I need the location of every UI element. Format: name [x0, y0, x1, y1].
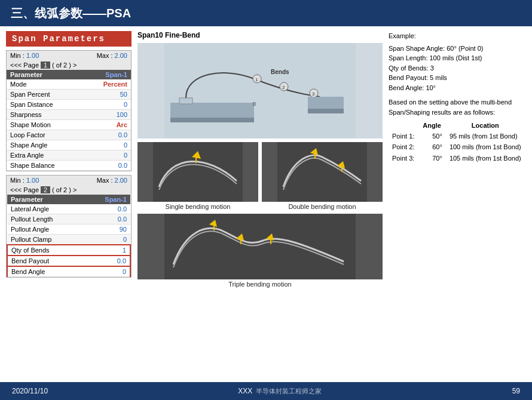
span-parameters-header: Span Parameters [6, 31, 132, 47]
info-location: 105 mils (from 1st Bond) [446, 153, 525, 164]
page-title: 三、线弧参数——PSA [11, 5, 131, 21]
page-nav-prev-1[interactable]: <<< Page [10, 61, 39, 69]
param-value: 0 [84, 150, 131, 161]
info-text: Example: Span Shape Angle: 60° (Point 0)… [389, 31, 526, 379]
main-content: Span Parameters Min : 1.00 Max : 2.00 <<… [0, 26, 532, 382]
param-name: Sharpness [7, 110, 84, 120]
svg-text:0: 0 [253, 101, 256, 107]
param-page-1: <<< Page 1 ( of 2 ) > [7, 60, 131, 70]
info-table-row: Point 2:60°100 mils (from 1st Bond) [389, 141, 525, 153]
triple-bend-container: Triple bending motion [137, 214, 383, 288]
footer-center: XXX 半导体封装工程师之家 [238, 387, 322, 396]
param-block-page1: Min : 1.00 Max : 2.00 <<< Page 1 ( of 2 … [6, 50, 132, 171]
table-row-highlighted: Bend Payout0.0 [7, 256, 130, 266]
param-name: Span Percent [7, 90, 84, 100]
footer-page: 59 [512, 387, 520, 395]
info-point: Point 1: [389, 131, 418, 142]
info-col-location: Location [446, 121, 525, 131]
right-panel: Span10 Fine-Bend Bends [137, 31, 526, 379]
max-label-1: Max : 2.00 [97, 52, 127, 59]
table-row-highlighted: Qty of Bends1 [7, 245, 130, 256]
footer-bar: 2020/11/10 XXX 半导体封装工程师之家 59 [0, 382, 532, 400]
col-param-1: Parameter [7, 70, 84, 79]
col-span-2: Span-1 [84, 195, 130, 204]
table-row: Sharpness100 [7, 110, 131, 120]
table-row: ModePercent [7, 79, 131, 90]
param-value: 0.0 [84, 214, 130, 224]
param-minmax-1: Min : 1.00 Max : 2.00 [7, 51, 131, 60]
param-value: 0.0 [84, 130, 131, 140]
param-name: Span Distance [7, 100, 84, 110]
page-nav-prev-2[interactable]: <<< Page [10, 186, 39, 193]
info-angle: 50° [418, 131, 446, 142]
table-row: Pullout Clamp0 [7, 235, 130, 245]
param-value: 0 [84, 235, 130, 245]
single-bend-image [137, 142, 258, 202]
table-row: Pullout Length0.0 [7, 214, 130, 224]
triple-bend-label: Triple bending motion [137, 281, 383, 288]
info-table-row: Point 3:70°105 mils (from 1st Bond) [389, 153, 525, 164]
table-row: Extra Angle0 [7, 150, 131, 161]
svg-rect-2 [170, 118, 254, 122]
info-line: Qty of Bends: 3 [389, 63, 526, 73]
param-block-page2: Min : 1.00 Max : 2.00 <<< Page 2 ( of 2 … [6, 175, 132, 278]
svg-text:1: 1 [255, 77, 258, 82]
info-angle: 70° [418, 153, 446, 164]
info-lines: Span Shape Angle: 60° (Point 0)Span Leng… [389, 44, 526, 93]
info-note: Based on the setting above the multi-ben… [389, 97, 526, 117]
triple-bend-image [137, 214, 383, 279]
info-table-row: Point 1:50°95 mils (from 1st Bond) [389, 131, 525, 142]
double-bend-label: Double bending motion [262, 203, 383, 210]
table-row: Loop Factor0.0 [7, 130, 131, 140]
min-label-2: Min : 1.00 [10, 177, 39, 184]
page-of-1: ( of 2 ) > [52, 61, 77, 69]
param-value: 0.0 [84, 256, 130, 266]
svg-text:Bends: Bends [271, 69, 289, 75]
param-table-1: Parameter Span-1 ModePercentSpan Percent… [7, 70, 131, 171]
info-table: Angle Location Point 1:50°95 mils (from … [389, 121, 525, 164]
param-value: 1 [84, 245, 130, 256]
param-name: Qty of Bends [7, 245, 84, 256]
param-value: 100 [84, 110, 131, 120]
table-row: Shape Balance0.0 [7, 161, 131, 171]
footer-center-text: XXX [238, 387, 252, 395]
param-value: 50 [84, 90, 131, 100]
svg-rect-0 [164, 43, 356, 139]
info-line: Bend Angle: 10° [389, 83, 526, 93]
param-name: Mode [7, 79, 84, 90]
bend-images-row: Single bending motion [137, 142, 383, 210]
param-table-2: Parameter Span-1 Lateral Angle0.0Pullout… [7, 195, 131, 277]
col-span-1: Span-1 [84, 70, 131, 79]
single-bend-container: Single bending motion [137, 142, 258, 210]
param-name: Shape Balance [7, 161, 84, 171]
right-top: Span10 Fine-Bend Bends [137, 31, 526, 379]
table-row: Span Percent50 [7, 90, 131, 100]
param-value: Percent [84, 79, 131, 90]
param-value: 0 [84, 140, 131, 150]
single-bend-label: Single bending motion [137, 203, 258, 210]
table-row-highlighted: Bend Angle0 [7, 266, 130, 277]
min-label-1: Min : 1.00 [10, 52, 39, 59]
param-value: Arc [84, 120, 131, 130]
param-name: Pullout Clamp [7, 235, 84, 245]
info-col-angle: Angle [418, 121, 446, 131]
title-bar: 三、线弧参数——PSA [0, 0, 532, 26]
param-name: Loop Factor [7, 130, 84, 140]
page-of-2: ( of 2 ) > [52, 186, 77, 193]
svg-text:2: 2 [282, 85, 285, 90]
left-panel: Span Parameters Min : 1.00 Max : 2.00 <<… [6, 31, 132, 379]
param-minmax-2: Min : 1.00 Max : 2.00 [7, 176, 131, 185]
param-name: Bend Angle [7, 266, 84, 277]
info-point: Point 2: [389, 141, 418, 153]
double-bend-container: Double bending motion [262, 142, 383, 210]
page-num-1: 1 [41, 61, 50, 69]
diagram-area: Span10 Fine-Bend Bends [137, 31, 383, 379]
info-line: Span Shape Angle: 60° (Point 0) [389, 44, 526, 54]
param-name: Shape Motion [7, 120, 84, 130]
param-value: 0 [84, 100, 131, 110]
param-name: Pullout Angle [7, 224, 84, 235]
info-location: 100 mils (from 1st Bond) [446, 141, 525, 153]
table-row: Lateral Angle0.0 [7, 204, 130, 214]
info-angle: 60° [418, 141, 446, 153]
param-name: Extra Angle [7, 150, 84, 161]
